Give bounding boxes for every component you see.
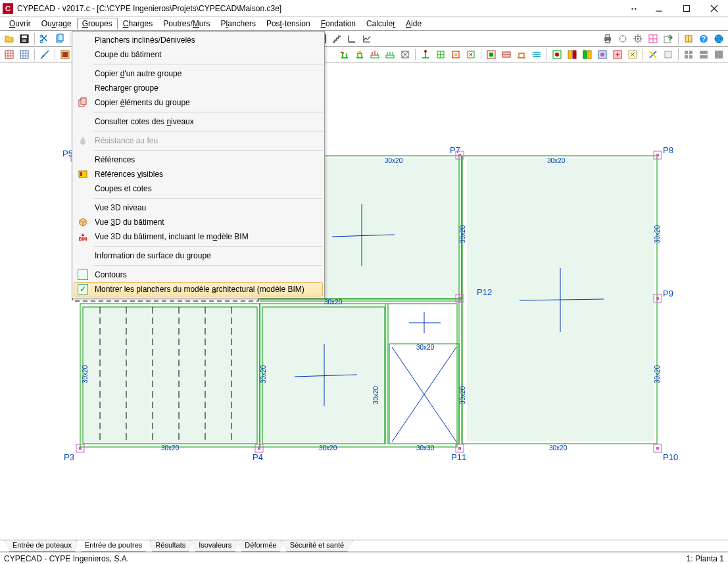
svg-text:30x20: 30x20 <box>459 386 466 404</box>
svg-point-25 <box>43 55 45 57</box>
minimize-button[interactable] <box>645 0 673 17</box>
t2-j-icon[interactable] <box>484 47 498 62</box>
gear-icon[interactable] <box>631 32 645 46</box>
menu-planchers[interactable]: Planchers <box>216 18 261 30</box>
menu-post-tension[interactable]: Post-tension <box>261 18 316 30</box>
axes-icon[interactable] <box>345 32 359 46</box>
node-P9: P9 <box>663 289 673 298</box>
menu-copier-elements[interactable]: Copier éléments du groupe <box>74 95 323 110</box>
menu-vue-3d-bim[interactable]: ▲BIMVue 3D du bâtiment, incluant le modè… <box>74 229 323 244</box>
menu-aide[interactable]: Aide <box>400 18 427 30</box>
svg-rect-12 <box>606 35 610 37</box>
svg-text:30x20: 30x20 <box>319 444 337 452</box>
window-title: CYPECAD - v2017.c - [C:\CYPE Ingenieros\… <box>17 4 629 13</box>
save-icon[interactable] <box>17 32 32 46</box>
t2-i-icon[interactable] <box>464 47 478 62</box>
status-bar: CYPECAD - CYPE Ingenieros, S.A. 1: Plant… <box>0 552 728 564</box>
sheet1-icon[interactable] <box>2 47 16 62</box>
printer-icon[interactable] <box>600 32 615 46</box>
t2-u-icon[interactable] <box>661 47 675 62</box>
menu-copier-autre-groupe[interactable]: Copier d'un autre groupe <box>74 66 323 81</box>
svg-point-16 <box>637 37 639 39</box>
fire-icon <box>78 135 88 146</box>
sheet2-icon[interactable] <box>17 47 32 62</box>
svg-point-46 <box>600 53 604 57</box>
svg-rect-27 <box>62 52 68 57</box>
t2-x-icon[interactable] <box>712 47 726 62</box>
tool-g-icon[interactable] <box>616 32 630 46</box>
svg-text:30x20: 30x20 <box>161 444 180 452</box>
menu-recharger-groupe[interactable]: Recharger groupe <box>74 81 323 95</box>
help-icon[interactable]: ? <box>696 32 711 46</box>
t2-k-icon[interactable] <box>499 47 514 62</box>
menu-coupe-batiment[interactable]: Coupe du bâtiment <box>74 47 323 62</box>
menu-fondation[interactable]: Fondation <box>316 18 361 30</box>
book-icon[interactable] <box>681 32 696 46</box>
t2-c-icon[interactable] <box>368 47 382 62</box>
menu-calculer[interactable]: Calculer <box>361 18 400 30</box>
visible-icon <box>78 169 88 179</box>
t2-v-icon[interactable] <box>681 47 696 62</box>
bim-icon: ▲BIM <box>78 231 88 242</box>
menu-references[interactable]: Références <box>74 153 323 167</box>
t2-m-icon[interactable] <box>529 47 544 62</box>
menu-coupes-cotes[interactable]: Coupes et cotes <box>74 181 323 196</box>
t2-n-icon[interactable] <box>550 47 564 62</box>
menu-info-surface[interactable]: Information de surface du groupe <box>74 248 323 263</box>
tab-entree-poteaux[interactable]: Entrée de poteaux <box>4 540 80 552</box>
menu-montrer-planchers-bim[interactable]: ✓Montrer les planchers du modèle archite… <box>74 282 323 296</box>
menu-vue-3d-batiment[interactable]: Vue 3D du bâtiment <box>74 215 323 229</box>
menu-references-visibles[interactable]: Références visibles <box>74 167 323 181</box>
menu-vue-3d-niveau[interactable]: Vue 3D niveau <box>74 200 323 215</box>
svg-point-40 <box>555 53 559 57</box>
menu-resistance-feu: Résistance au feu <box>74 133 323 148</box>
node-P8: P8 <box>663 145 673 155</box>
chart-icon[interactable] <box>360 32 374 46</box>
globe-icon[interactable] <box>712 32 726 46</box>
menu-planchers-inclines[interactable]: Planchers inclinés/Dénivelés <box>74 33 323 47</box>
t2-q-icon[interactable] <box>595 47 610 62</box>
svg-rect-5 <box>22 35 27 38</box>
menu-contours[interactable]: ✓Contours <box>74 268 323 282</box>
diag-icon[interactable] <box>37 47 52 62</box>
tab-entree-poutres[interactable]: Entrée de poutres <box>76 540 151 552</box>
menu-ouvrage[interactable]: Ouvrage <box>36 18 77 30</box>
t2-f-icon[interactable] <box>418 47 433 62</box>
menu-ouvrir[interactable]: Ouvrir <box>4 18 36 30</box>
tab-isovaleurs[interactable]: Isovaleurs <box>190 540 240 552</box>
menu-consulter-cotes[interactable]: Consulter cotes des niveaux <box>74 114 323 129</box>
t2-w-icon[interactable] <box>696 47 711 62</box>
menu-charges[interactable]: Charges <box>118 18 158 30</box>
close-button[interactable] <box>700 0 728 17</box>
tab-resultats[interactable]: Résultats <box>147 540 194 552</box>
svg-rect-24 <box>20 51 28 59</box>
menu-groupes[interactable]: Groupes <box>77 18 118 30</box>
svg-text:30x20: 30x20 <box>654 225 661 243</box>
t2-a-icon[interactable] <box>337 47 352 62</box>
tab-deformee[interactable]: Déformée <box>236 540 285 552</box>
t2-g-icon[interactable] <box>433 47 448 62</box>
svg-text:30x20: 30x20 <box>260 365 267 383</box>
scissors-icon[interactable] <box>37 32 52 46</box>
tab-securite-sante[interactable]: Sécurité et santé <box>281 540 353 552</box>
grid-icon[interactable] <box>646 32 660 46</box>
t2-e-icon[interactable] <box>398 47 412 62</box>
t2-o-icon[interactable] <box>565 47 579 62</box>
t2-r-icon[interactable] <box>610 47 625 62</box>
svg-rect-51 <box>689 51 692 54</box>
t2-b-icon[interactable] <box>352 47 367 62</box>
t2-s-icon[interactable] <box>625 47 640 62</box>
restore-button[interactable] <box>673 0 700 17</box>
t2-t-icon[interactable] <box>646 47 660 62</box>
t2-p-icon[interactable] <box>580 47 595 62</box>
menu-poutres[interactable]: Poutres/Murs <box>158 18 215 30</box>
stairs-icon[interactable] <box>329 32 344 46</box>
t2-h-icon[interactable] <box>449 47 463 62</box>
export-icon[interactable] <box>661 32 675 46</box>
copy-icon[interactable] <box>53 32 67 46</box>
t2-l-icon[interactable] <box>514 47 529 62</box>
svg-text:30x30: 30x30 <box>416 444 435 452</box>
layers-icon[interactable] <box>58 47 72 62</box>
open-icon[interactable] <box>2 32 16 46</box>
t2-d-icon[interactable] <box>383 47 397 62</box>
